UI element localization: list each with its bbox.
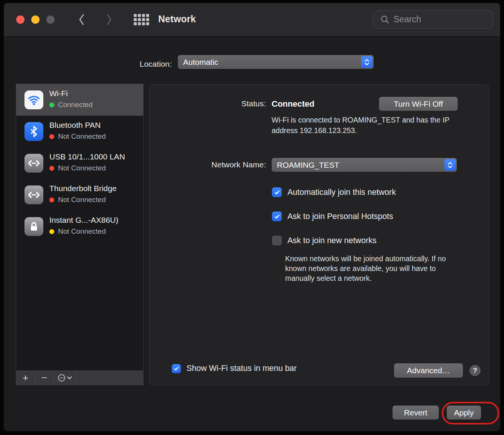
new-networks-checkbox-row[interactable]: Ask to join new networks: [272, 236, 377, 245]
personal-hotspots-checkbox-row[interactable]: Ask to join Personal Hotspots: [272, 211, 393, 221]
checkbox-label: Automatically join this network: [287, 188, 396, 197]
checkmark-icon: [274, 190, 280, 195]
ethernet-icon: [24, 185, 43, 204]
checkbox[interactable]: [272, 187, 282, 197]
sidebar-item-bluetooth-pan[interactable]: Bluetooth PAN Not Connected: [16, 116, 143, 147]
status-label: Status:: [150, 99, 266, 108]
wifi-icon: [24, 90, 43, 109]
sidebar-item-label: Wi-Fi: [49, 89, 142, 98]
sidebar-item-label: Bluetooth PAN: [49, 121, 142, 130]
window-title: Network: [158, 14, 196, 25]
minimize-window-button[interactable]: [31, 15, 40, 24]
titlebar: Network Search: [4, 3, 500, 37]
back-button[interactable]: [75, 12, 88, 27]
location-label: Location:: [4, 60, 172, 69]
sidebar-item-status: Connected: [58, 101, 93, 109]
help-button[interactable]: ?: [469, 365, 481, 376]
sidebar-item-status: Not Connected: [58, 132, 106, 141]
checkmark-icon: [174, 366, 179, 371]
sidebar-item-wifi[interactable]: Wi-Fi Connected: [16, 84, 143, 116]
sidebar-item-status: Not Connected: [58, 196, 106, 204]
checkbox[interactable]: [172, 364, 181, 373]
sidebar-item-thunderbolt-bridge[interactable]: Thunderbolt Bridge Not Connected: [16, 179, 143, 211]
wifi-settings-panel: Status: Connected Turn Wi-Fi Off Wi-Fi i…: [149, 84, 489, 385]
new-networks-helper-text: Known networks will be joined automatica…: [285, 254, 462, 283]
checkbox-label: Ask to join Personal Hotspots: [287, 212, 393, 221]
remove-service-button[interactable]: −: [35, 371, 54, 385]
sidebar-item-status: Not Connected: [58, 227, 106, 236]
network-preferences-window: Network Search Location: Automatic Wi-Fi…: [4, 3, 500, 431]
search-placeholder: Search: [394, 14, 421, 25]
search-icon: [380, 15, 390, 25]
status-dot: [49, 198, 54, 202]
sidebar-item-label: Instant G...-AX86U): [49, 216, 142, 225]
ellipsis-circle-icon: [58, 374, 66, 382]
status-dot: [49, 166, 54, 171]
show-wifi-status-checkbox-row[interactable]: Show Wi-Fi status in menu bar: [172, 364, 297, 373]
dropdown-stepper-icon: [444, 159, 456, 171]
status-description: Wi-Fi is connected to ROAMING_TEST and h…: [272, 115, 460, 136]
zoom-window-button: [46, 15, 55, 24]
sidebar-item-label: USB 10/1...1000 LAN: [49, 152, 142, 161]
status-dot: [49, 229, 54, 234]
service-actions-button[interactable]: [54, 371, 76, 385]
apply-button[interactable]: Apply: [447, 406, 481, 420]
bluetooth-icon: [24, 122, 43, 141]
sidebar-toolbar: + −: [16, 371, 143, 385]
sidebar-item-status: Not Connected: [58, 164, 106, 172]
ethernet-icon: [24, 154, 43, 173]
network-name-dropdown[interactable]: ROAMING_TEST: [272, 158, 457, 172]
forward-button[interactable]: [102, 12, 116, 27]
location-value: Automatic: [178, 58, 218, 67]
close-window-button[interactable]: [16, 15, 24, 24]
checkbox[interactable]: [272, 211, 282, 221]
chevron-left-icon: [78, 13, 85, 26]
add-service-button[interactable]: +: [16, 371, 35, 385]
status-dot: [49, 103, 54, 107]
dropdown-stepper-icon: [361, 56, 373, 68]
checkbox-label: Show Wi-Fi status in menu bar: [186, 364, 297, 373]
revert-button[interactable]: Revert: [393, 406, 439, 420]
chevron-down-icon: [67, 376, 72, 380]
sidebar-item-label: Thunderbolt Bridge: [49, 184, 142, 193]
status-value: Connected: [272, 99, 315, 109]
location-dropdown[interactable]: Automatic: [178, 55, 374, 69]
lock-icon: [24, 217, 43, 236]
network-name-value: ROAMING_TEST: [272, 161, 339, 170]
turn-wifi-off-button[interactable]: Turn Wi-Fi Off: [379, 97, 458, 111]
sidebar-item-usb-lan[interactable]: USB 10/1...1000 LAN Not Connected: [16, 147, 143, 179]
checkmark-icon: [274, 214, 280, 219]
search-input[interactable]: Search: [373, 10, 493, 29]
services-sidebar: Wi-Fi Connected Bluetooth PAN Not Connec…: [16, 84, 144, 385]
show-all-preferences-icon[interactable]: [134, 14, 149, 25]
network-name-label: Network Name:: [150, 160, 266, 169]
checkbox-label: Ask to join new networks: [287, 236, 377, 245]
auto-join-checkbox-row[interactable]: Automatically join this network: [272, 187, 396, 197]
status-dot: [49, 134, 54, 139]
sidebar-item-instant-hotspot[interactable]: Instant G...-AX86U) Not Connected: [16, 211, 143, 242]
advanced-button[interactable]: Advanced…: [394, 363, 463, 378]
checkbox[interactable]: [272, 236, 282, 245]
toolbar-spacer: [76, 371, 143, 385]
chevron-right-icon: [105, 13, 113, 26]
